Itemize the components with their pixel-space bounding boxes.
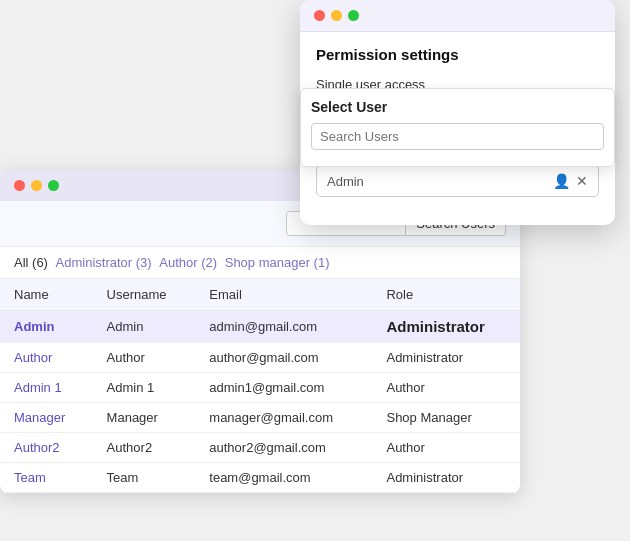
cell-name[interactable]: Team (0, 463, 93, 493)
user-category-icons: 👤 ✕ (553, 173, 588, 189)
filter-shop-manager[interactable]: Shop manager (1) (225, 255, 330, 270)
filter-row: All (6) Administrator (3) Author (2) Sho… (0, 247, 520, 279)
fg-dot-red (314, 10, 325, 21)
col-role: Role (372, 279, 520, 311)
user-category-select[interactable]: Admin 👤 ✕ (316, 165, 599, 197)
cell-role: Author (372, 373, 520, 403)
cell-username: Manager (93, 403, 196, 433)
cell-email: admin1@gmail.com (195, 373, 372, 403)
user-table: Name Username Email Role Admin Admin adm… (0, 279, 520, 493)
cell-email: author2@gmail.com (195, 433, 372, 463)
filter-administrator[interactable]: Administrator (3) (56, 255, 152, 270)
permission-settings-title: Permission settings (316, 46, 599, 63)
cell-email: author@gmail.com (195, 343, 372, 373)
cell-name[interactable]: Author (0, 343, 93, 373)
cell-name[interactable]: Admin 1 (0, 373, 93, 403)
table-row[interactable]: Team Team team@gmail.com Administrator (0, 463, 520, 493)
col-username: Username (93, 279, 196, 311)
close-icon-2[interactable]: ✕ (576, 173, 588, 189)
table-row[interactable]: Admin Admin admin@gmail.com Administrato… (0, 311, 520, 343)
dot-yellow (31, 180, 42, 191)
select-user-title: Select User (311, 99, 604, 115)
user-icon-2: 👤 (553, 173, 570, 189)
filter-all: All (6) (14, 255, 48, 270)
cell-name[interactable]: Admin (0, 311, 93, 343)
cell-name[interactable]: Author2 (0, 433, 93, 463)
cell-username: Author2 (93, 433, 196, 463)
cell-email: team@gmail.com (195, 463, 372, 493)
fg-dot-yellow (331, 10, 342, 21)
fg-dot-green (348, 10, 359, 21)
dot-red (14, 180, 25, 191)
col-name: Name (0, 279, 93, 311)
cell-username: Admin (93, 311, 196, 343)
cell-email: admin@gmail.com (195, 311, 372, 343)
table-row[interactable]: Author Author author@gmail.com Administr… (0, 343, 520, 373)
select-user-search-input[interactable] (311, 123, 604, 150)
table-row[interactable]: Manager Manager manager@gmail.com Shop M… (0, 403, 520, 433)
cell-username: Team (93, 463, 196, 493)
table-header-row: Name Username Email Role (0, 279, 520, 311)
cell-role: Shop Manager (372, 403, 520, 433)
filter-author[interactable]: Author (2) (159, 255, 217, 270)
cell-username: Author (93, 343, 196, 373)
cell-username: Admin 1 (93, 373, 196, 403)
user-category-value: Admin (327, 174, 364, 189)
dot-green (48, 180, 59, 191)
cell-role: Administrator (372, 463, 520, 493)
table-row[interactable]: Author2 Author2 author2@gmail.com Author (0, 433, 520, 463)
col-email: Email (195, 279, 372, 311)
cell-name[interactable]: Manager (0, 403, 93, 433)
cell-email: manager@gmail.com (195, 403, 372, 433)
table-row[interactable]: Admin 1 Admin 1 admin1@gmail.com Author (0, 373, 520, 403)
select-user-popover: Select User (300, 88, 615, 167)
cell-role: Administrator (372, 343, 520, 373)
fg-titlebar (300, 0, 615, 32)
cell-role: Author (372, 433, 520, 463)
cell-role: Administrator (372, 311, 520, 343)
